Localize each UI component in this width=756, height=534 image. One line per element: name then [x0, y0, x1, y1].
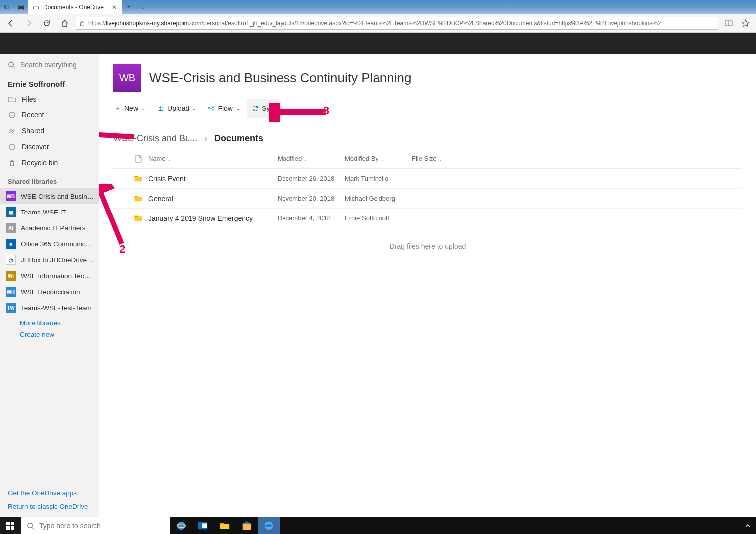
- create-new-link[interactable]: Create new: [0, 329, 99, 340]
- tray-chevron-icon[interactable]: [739, 523, 756, 529]
- library-badge: WR: [6, 287, 16, 297]
- upload-button[interactable]: Upload ⌄: [152, 99, 201, 118]
- svg-point-6: [10, 129, 12, 131]
- library-item[interactable]: WBWSE-Crisis and Busines...: [0, 188, 99, 204]
- refresh-button[interactable]: [40, 16, 54, 30]
- svg-rect-20: [6, 526, 10, 530]
- row-modifiedby: Mark Tuminello: [345, 175, 412, 182]
- row-name[interactable]: Crisis Event: [148, 175, 278, 183]
- row-modified: December 26, 2018: [278, 175, 345, 182]
- recycle-icon: [8, 159, 16, 167]
- url-text: https://livejohnshopkins-my.sharepoint.c…: [88, 20, 661, 27]
- close-icon[interactable]: ✕: [112, 4, 117, 11]
- svg-point-22: [28, 523, 32, 527]
- library-label: Teams-WSE IT: [21, 209, 66, 216]
- library-item[interactable]: ▦Teams-WSE IT: [0, 204, 99, 220]
- flow-button[interactable]: Flow ⌄: [203, 99, 245, 118]
- table-row[interactable]: Crisis EventDecember 26, 2018Mark Tumine…: [113, 169, 742, 189]
- svg-rect-19: [11, 522, 14, 525]
- svg-rect-29: [243, 523, 251, 530]
- library-item[interactable]: ◔JHBox to JHOneDrive Mi...: [0, 252, 99, 268]
- svg-rect-14: [135, 215, 138, 216]
- user-name: Ernie Soffronoff: [0, 76, 99, 91]
- row-name[interactable]: General: [148, 195, 278, 203]
- sidebar-item-recycle[interactable]: Recycle bin: [0, 155, 99, 171]
- taskbar-explorer-icon[interactable]: [214, 517, 236, 534]
- windows-taskbar: [0, 517, 756, 534]
- row-modifiedby: Michael Goldberg: [345, 195, 412, 202]
- start-button[interactable]: [0, 517, 21, 534]
- svg-rect-21: [11, 526, 14, 530]
- tab-title: Documents - OneDrive: [43, 4, 104, 11]
- tab-thumb-icon[interactable]: ▣: [14, 0, 28, 14]
- taskbar-search[interactable]: [21, 517, 170, 534]
- library-item[interactable]: WIWSE Information Techno...: [0, 268, 99, 284]
- library-label: WSE Reconciliation: [21, 288, 80, 296]
- chevron-down-icon: ⌄: [168, 157, 172, 162]
- library-badge: TW: [6, 303, 16, 313]
- library-item[interactable]: ■Office 365 Communicati...: [0, 236, 99, 252]
- back-button[interactable]: [4, 16, 18, 30]
- col-name[interactable]: Name⌄: [148, 155, 278, 162]
- taskbar-edge-icon[interactable]: [258, 517, 280, 534]
- breadcrumb-root[interactable]: WSE-Crisis and Bu...: [113, 133, 197, 144]
- col-modifiedby[interactable]: Modified By⌄: [345, 155, 412, 162]
- forward-button[interactable]: [22, 16, 36, 30]
- sidebar-item-discover[interactable]: Discover: [0, 139, 99, 155]
- library-item[interactable]: WRWSE Reconciliation: [0, 284, 99, 300]
- file-type-header-icon[interactable]: [128, 155, 148, 163]
- tab-chevron-icon[interactable]: ⌄: [136, 0, 150, 14]
- taskbar-ie-icon[interactable]: [170, 517, 192, 534]
- sync-button[interactable]: Sync: [247, 99, 282, 118]
- more-libraries-link[interactable]: More libraries: [0, 316, 99, 329]
- get-apps-link[interactable]: Get the OneDrive apps: [0, 486, 99, 500]
- search-input[interactable]: [20, 61, 91, 69]
- sidebar-item-label: Discover: [22, 143, 49, 151]
- favorite-icon[interactable]: [739, 19, 752, 27]
- new-tab-button[interactable]: ＋: [122, 0, 136, 14]
- sidebar-item-shared[interactable]: Shared: [0, 123, 99, 139]
- people-icon: [8, 127, 16, 135]
- plus-icon: ＋: [114, 104, 121, 113]
- classic-link[interactable]: Return to classic OneDrive: [0, 500, 99, 513]
- col-filesize[interactable]: File Size⌄: [412, 155, 462, 162]
- chevron-down-icon: ⌄: [236, 106, 240, 111]
- flow-icon: [208, 105, 215, 112]
- browser-tab[interactable]: ▭ Documents - OneDrive ✕: [28, 0, 122, 14]
- library-badge: ▦: [6, 207, 16, 217]
- col-modified[interactable]: Modified⌄: [278, 155, 345, 162]
- library-label: Office 365 Communicati...: [21, 240, 94, 248]
- new-button[interactable]: ＋ New ⌄: [109, 99, 150, 118]
- sidebar-item-files[interactable]: Files: [0, 91, 99, 107]
- table-row[interactable]: January 4 2019 Snow EmergencyDecember 4,…: [113, 209, 742, 228]
- sync-icon: [252, 105, 259, 112]
- library-badge: ■: [6, 239, 16, 249]
- taskbar-search-input[interactable]: [39, 522, 164, 530]
- library-label: WSE Information Techno...: [21, 272, 94, 280]
- sidebar-item-label: Files: [22, 95, 37, 103]
- svg-rect-18: [6, 522, 10, 525]
- reading-view-icon[interactable]: [722, 19, 735, 27]
- svg-rect-13: [135, 196, 138, 197]
- taskbar-outlook-icon[interactable]: [192, 517, 214, 534]
- library-item[interactable]: TWTeams-WSE-Test-Team: [0, 300, 99, 316]
- page-title: WSE-Crisis and Business Continuity Plann…: [149, 70, 411, 86]
- shared-libraries-header: Shared libraries: [0, 171, 99, 188]
- folder-icon: [128, 194, 148, 203]
- table-header: Name⌄ Modified⌄ Modified By⌄ File Size⌄: [113, 149, 742, 169]
- search-box[interactable]: [0, 54, 99, 76]
- page-icon: ▭: [33, 3, 39, 11]
- chevron-down-icon: ⌄: [380, 157, 384, 162]
- home-button[interactable]: [58, 16, 72, 30]
- sidebar-item-label: Recycle bin: [22, 159, 58, 167]
- row-modified: December 4, 2018: [278, 214, 345, 222]
- library-item[interactable]: AIAcademic IT Partners: [0, 220, 99, 236]
- row-name[interactable]: January 4 2019 Snow Emergency: [148, 214, 278, 222]
- svg-point-24: [177, 522, 186, 530]
- table-row[interactable]: GeneralNovember 20, 2018Michael Goldberg: [113, 189, 742, 209]
- address-bar[interactable]: https://livejohnshopkins-my.sharepoint.c…: [76, 17, 718, 30]
- sidebar-item-recent[interactable]: Recent: [0, 107, 99, 123]
- tab-aside-icon[interactable]: ⧉: [0, 0, 14, 14]
- taskbar-store-icon[interactable]: [236, 517, 258, 534]
- library-badge: WI: [6, 271, 16, 281]
